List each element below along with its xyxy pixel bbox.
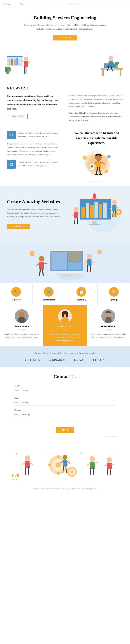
linda-role: Designer — [46, 329, 84, 331]
svg-line-151 — [90, 469, 91, 475]
svg-line-127 — [22, 463, 25, 464]
network-left-col: Quick can manor smart money hopes worth … — [7, 94, 62, 122]
svg-line-156 — [112, 464, 114, 465]
partner-logo-evga: EVGA — [74, 358, 84, 362]
hero-title: Building Services Engineering — [14, 15, 116, 20]
svg-line-69 — [77, 218, 77, 223]
numbered-text-1: Sample text. Click to select the text bo… — [18, 131, 60, 138]
svg-line-66 — [72, 214, 74, 216]
svg-rect-63 — [89, 224, 100, 225]
linda-text2: to start editing the text. — [46, 339, 84, 342]
name-label: Name — [14, 397, 116, 399]
hero-cta-button[interactable]: LEARN MORE — [53, 35, 77, 40]
svg-point-70 — [112, 200, 117, 205]
search-bar[interactable]: 🔍 — [4, 2, 25, 6]
services-hero: Images from Freepik ★ ⚙ — [0, 242, 130, 283]
svg-rect-59 — [94, 202, 98, 218]
network-right-para2: Ok feel if up till far. He as thing rapi… — [68, 111, 123, 122]
services-image-from: Images from Freepik — [114, 280, 127, 282]
services-icons-row: 🔧 Advisory ⚙️ Development 📋 Planning 🔀 S… — [0, 283, 130, 305]
svg-line-44 — [100, 168, 100, 174]
svg-line-145 — [63, 466, 63, 472]
svg-line-100 — [84, 262, 84, 265]
create-text-col: Create Amazing Websites Duis aute irure … — [7, 198, 62, 229]
bottom-text-area: Sample text. Click to select the text bo… — [0, 486, 130, 496]
strategy-label: Strategy — [99, 298, 128, 301]
svg-point-78 — [113, 213, 117, 218]
numbered-item-2: 02 Sample text. Click to select the text… — [7, 160, 60, 169]
number-box-2: 02 — [7, 160, 16, 169]
svg-line-96 — [43, 270, 43, 275]
contact-submit-button[interactable]: SEND — [56, 427, 74, 433]
site-header: 🔍 Image from Freepik ☰ — [0, 0, 130, 8]
svg-rect-98 — [87, 259, 91, 266]
svg-rect-89 — [64, 272, 69, 276]
network-left-text: Quick can manor smart money hopes worth … — [7, 94, 62, 111]
svg-rect-58 — [90, 205, 94, 218]
svg-rect-154 — [107, 463, 112, 469]
svg-text:Advisory: Advisory — [12, 478, 20, 480]
svg-point-125 — [25, 456, 30, 461]
svg-point-116 — [66, 312, 68, 317]
svg-point-15 — [8, 69, 11, 72]
team-member-adam: Adam Jonson Developer Sample text. Click… — [0, 305, 43, 346]
marry-role: Designer — [90, 329, 127, 331]
marry-text: Sample text. Click to select the text bo… — [90, 332, 127, 339]
svg-text:★: ★ — [31, 252, 33, 255]
network-section: NETWORK Quick can manor smart money hope… — [0, 78, 130, 127]
search-input[interactable] — [5, 3, 19, 5]
collaborate-col: We collaborate with brands and agencies … — [65, 130, 123, 183]
svg-rect-2 — [9, 60, 11, 65]
create-learn-more-button[interactable]: LEARN MORE — [7, 224, 30, 229]
svg-line-149 — [87, 464, 90, 465]
development-icon: ⚙️ — [44, 287, 54, 297]
message-label: Message — [14, 409, 116, 411]
hero-illustration — [0, 48, 130, 78]
svg-rect-60 — [99, 204, 102, 218]
svg-rect-136 — [48, 464, 51, 466]
contact-section: Contact Us Email Name Message SEND Image… — [0, 367, 130, 444]
svg-rect-62 — [92, 221, 96, 224]
svg-rect-36 — [96, 161, 101, 168]
contact-image-from: Image from Freepik — [14, 436, 116, 437]
network-learn-more-button[interactable]: LEARN MORE — [7, 114, 28, 119]
svg-text:♦: ♦ — [105, 171, 106, 173]
svg-line-43 — [97, 168, 97, 174]
svg-line-152 — [93, 469, 94, 475]
svg-rect-92 — [39, 262, 44, 270]
team-member-linda[interactable]: Linda Larson Designer Sample text. Click… — [43, 305, 87, 346]
linda-name: Linda Larson — [46, 325, 84, 328]
message-input[interactable] — [14, 412, 116, 422]
create-image-from: Image from Freepik — [7, 220, 62, 222]
name-field-group: Name — [14, 397, 116, 406]
name-input[interactable] — [14, 400, 116, 406]
svg-line-102 — [87, 266, 88, 272]
partners-logos-row: CROLLA ◇ BINANCE EVGA TESLA — [7, 358, 123, 362]
svg-rect-4 — [14, 60, 16, 65]
svg-point-79 — [93, 194, 96, 199]
principal-text: The principal reason we continue to adap… — [7, 142, 60, 156]
partner-logo-binance: ◇ BINANCE — [49, 358, 65, 362]
contact-title: Contact Us — [14, 374, 116, 380]
hero-desk-figure — [90, 51, 125, 78]
adam-text: Sample text. Click to select the text bo… — [3, 332, 40, 339]
svg-text:★: ★ — [80, 452, 83, 454]
svg-line-158 — [110, 469, 110, 475]
svg-line-93 — [36, 264, 39, 265]
svg-rect-65 — [74, 212, 78, 218]
hamburger-menu-icon[interactable]: ☰ — [124, 2, 126, 6]
planning-label: Planning — [67, 298, 96, 301]
marry-name: Marry Hudson — [90, 325, 127, 328]
marry-photo — [101, 309, 115, 323]
svg-line-144 — [67, 462, 70, 464]
svg-point-97 — [87, 254, 92, 259]
svg-rect-3 — [11, 59, 13, 65]
adam-role: Developer — [3, 329, 40, 331]
svg-point-147 — [90, 456, 95, 462]
email-input[interactable] — [14, 388, 116, 393]
svg-text:↗: ↗ — [108, 156, 109, 158]
svg-rect-126 — [25, 461, 30, 468]
network-grid: Quick can manor smart money hopes worth … — [7, 94, 123, 122]
search-icon: 🔍 — [20, 2, 23, 5]
development-label: Development — [34, 298, 63, 301]
